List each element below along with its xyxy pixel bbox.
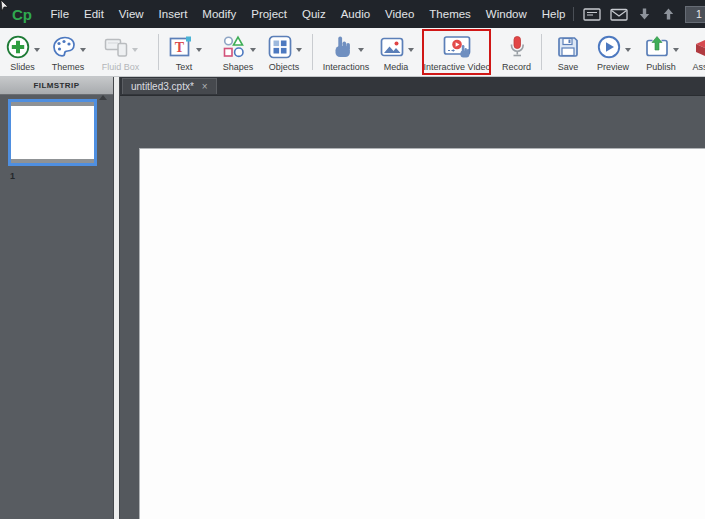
- tool-save[interactable]: Save: [545, 28, 591, 76]
- tool-label: Preview: [597, 62, 629, 72]
- work-area: untitled3.cptx* ×: [120, 77, 705, 519]
- tool-label: Shapes: [223, 62, 254, 72]
- toolbar-separator: [312, 34, 313, 70]
- publish-arrow-icon: [644, 34, 670, 60]
- menu-insert[interactable]: Insert: [151, 8, 195, 20]
- filmstrip-header: FILMSTRIP: [0, 77, 113, 95]
- microphone-icon: [504, 34, 530, 60]
- tool-media[interactable]: Media: [370, 28, 422, 76]
- menubar-separator: [573, 7, 574, 21]
- slide-thumbnail-number: 1: [10, 171, 15, 181]
- tool-assets[interactable]: Assets: [686, 28, 705, 76]
- tool-slides[interactable]: Slides: [0, 28, 45, 76]
- thumbnail-letterbox-top: [11, 102, 94, 106]
- tool-label: Interactive Video: [424, 62, 491, 72]
- menu-audio[interactable]: Audio: [333, 8, 377, 20]
- chevron-down-icon[interactable]: [34, 48, 40, 55]
- slide-thumbnail[interactable]: [8, 99, 97, 166]
- document-tab-label: untitled3.cptx*: [131, 81, 194, 92]
- svg-text:T: T: [174, 40, 184, 55]
- tool-label: Media: [384, 62, 409, 72]
- tool-preview[interactable]: Preview: [589, 28, 637, 76]
- captivate-logo: Cp: [12, 6, 32, 23]
- interactive-video-icon: [442, 34, 472, 60]
- tool-label: Slides: [10, 62, 35, 72]
- menubar-right-controls: 1 / 1 100 Live Chat: [573, 6, 705, 23]
- tool-label: Fluid Box: [102, 62, 140, 72]
- menu-edit[interactable]: Edit: [77, 8, 112, 20]
- chevron-down-icon[interactable]: [250, 48, 256, 55]
- filmstrip-panel: FILMSTRIP 1: [0, 77, 113, 519]
- tool-record[interactable]: Record: [493, 28, 540, 76]
- filmstrip-scroll-up-icon[interactable]: [99, 91, 107, 100]
- tool-label: Save: [558, 62, 579, 72]
- floppy-disk-icon: [555, 34, 581, 60]
- menu-quiz[interactable]: Quiz: [295, 8, 334, 20]
- text-icon: T: [167, 34, 193, 60]
- shapes-icon: [221, 34, 247, 60]
- tool-label: Record: [502, 62, 531, 72]
- chevron-down-icon[interactable]: [625, 48, 631, 55]
- chevron-down-icon[interactable]: [80, 48, 86, 55]
- fluid-box-icon: [103, 34, 129, 60]
- tool-label: Themes: [52, 62, 85, 72]
- mail-icon[interactable]: [610, 6, 628, 23]
- hand-pointer-icon: [329, 34, 355, 60]
- menu-items: File Edit View Insert Modify Project Qui…: [43, 8, 573, 20]
- menu-themes[interactable]: Themes: [422, 8, 479, 20]
- chevron-down-icon[interactable]: [358, 48, 364, 55]
- tool-shapes[interactable]: Shapes: [208, 28, 268, 76]
- slide-number-input[interactable]: 1: [685, 6, 705, 23]
- tool-label: Assets: [692, 62, 705, 72]
- play-circle-icon: [596, 34, 622, 60]
- menu-file[interactable]: File: [43, 8, 77, 20]
- mouse-cursor: [0, 0, 9, 11]
- objects-grid-icon: [267, 34, 293, 60]
- media-image-icon: [379, 34, 405, 60]
- tool-themes[interactable]: Themes: [45, 28, 91, 76]
- menu-project[interactable]: Project: [244, 8, 295, 20]
- tool-label: Publish: [646, 62, 676, 72]
- big-button-toolbar: Slides Themes Fluid Box T Text Shapes Ob…: [0, 28, 705, 77]
- tab-close-icon[interactable]: ×: [202, 82, 208, 92]
- slide-stage[interactable]: [139, 148, 705, 519]
- palette-icon: [51, 34, 77, 60]
- previous-slide-down-arrow-icon[interactable]: [637, 7, 652, 21]
- chevron-down-icon[interactable]: [296, 48, 302, 55]
- screen-icon[interactable]: [583, 6, 601, 23]
- document-tab[interactable]: untitled3.cptx* ×: [122, 78, 217, 94]
- tool-label: Interactions: [323, 62, 370, 72]
- chevron-down-icon[interactable]: [196, 48, 202, 55]
- thumbnail-letterbox-bottom: [11, 159, 94, 163]
- tool-objects[interactable]: Objects: [260, 28, 308, 76]
- toolbar-separator: [158, 34, 159, 70]
- toolbar-separator: [541, 34, 542, 70]
- menu-view[interactable]: View: [111, 8, 151, 20]
- plus-circle-icon: [5, 34, 31, 60]
- panel-divider[interactable]: [113, 77, 120, 519]
- tool-label: Text: [176, 62, 193, 72]
- menu-window[interactable]: Window: [478, 8, 534, 20]
- chevron-down-icon: [132, 48, 138, 55]
- tool-interactive-video[interactable]: Interactive Video: [423, 28, 491, 76]
- menu-modify[interactable]: Modify: [195, 8, 244, 20]
- menu-help[interactable]: Help: [534, 8, 573, 20]
- next-slide-up-arrow-icon[interactable]: [661, 7, 676, 21]
- tool-interactions[interactable]: Interactions: [315, 28, 377, 76]
- tool-label: Objects: [269, 62, 300, 72]
- tool-text[interactable]: T Text: [162, 28, 206, 76]
- tool-fluid-box: Fluid Box: [92, 28, 149, 76]
- captivate-window: Cp File Edit View Insert Modify Project …: [0, 0, 705, 519]
- tool-publish[interactable]: Publish: [637, 28, 685, 76]
- chevron-down-icon[interactable]: [408, 48, 414, 55]
- document-tab-bar: untitled3.cptx* ×: [120, 77, 705, 96]
- chevron-down-icon[interactable]: [673, 48, 679, 55]
- menu-bar: Cp File Edit View Insert Modify Project …: [0, 0, 705, 28]
- assets-box-icon: [693, 34, 705, 60]
- menu-video[interactable]: Video: [378, 8, 422, 20]
